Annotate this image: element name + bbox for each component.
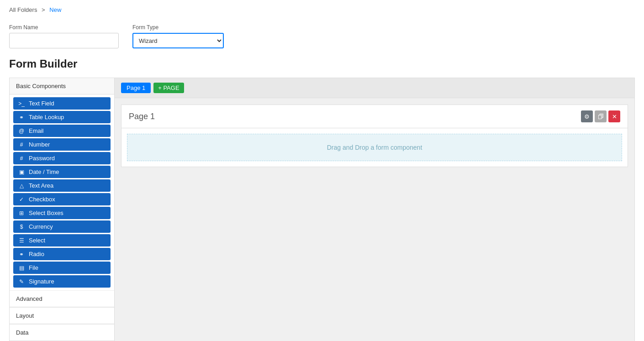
page-1-tab[interactable]: Page 1 bbox=[121, 83, 151, 93]
form-builder-section: Form Builder Basic Components >_ Text Fi… bbox=[0, 58, 644, 341]
page-settings-button[interactable]: ⚙ bbox=[581, 110, 593, 122]
data-section: Data bbox=[10, 324, 114, 341]
checkbox-icon: ✓ bbox=[18, 196, 25, 203]
sidebar-item-table-lookup[interactable]: ⚭ Table Lookup bbox=[13, 111, 111, 123]
breadcrumb-separator: > bbox=[42, 6, 45, 13]
sidebar-item-text-field[interactable]: >_ Text Field bbox=[13, 97, 111, 110]
add-page-button[interactable]: + PAGE bbox=[153, 83, 184, 93]
password-icon: # bbox=[18, 155, 25, 162]
sidebar-item-text-area[interactable]: △ Text Area bbox=[13, 179, 111, 192]
page-content: Page 1 ⚙ 🗍 ✕ Drag and Drop a form compon… bbox=[115, 98, 634, 173]
sidebar-item-select-boxes[interactable]: ⊞ Select Boxes bbox=[13, 207, 111, 219]
signature-icon: ✎ bbox=[18, 278, 25, 285]
page-panel-title: Page 1 bbox=[129, 112, 155, 121]
form-meta: Form Name Form Type Wizard Form bbox=[0, 20, 644, 58]
sidebar-item-password[interactable]: # Password bbox=[13, 152, 111, 164]
sidebar-item-signature[interactable]: ✎ Signature bbox=[13, 275, 111, 288]
page-panel-header: Page 1 ⚙ 🗍 ✕ bbox=[121, 105, 628, 128]
sidebar-item-label-text-field: Text Field bbox=[29, 100, 54, 107]
sidebar-layout-header[interactable]: Layout bbox=[10, 308, 114, 324]
email-icon: @ bbox=[18, 128, 25, 134]
sidebar-item-number[interactable]: # Number bbox=[13, 138, 111, 151]
date-time-icon: ▣ bbox=[18, 169, 25, 175]
sidebar-basic-header[interactable]: Basic Components bbox=[10, 78, 114, 94]
form-type-select[interactable]: Wizard Form bbox=[132, 33, 224, 48]
number-icon: # bbox=[18, 142, 25, 148]
form-name-input[interactable] bbox=[9, 33, 119, 48]
sidebar-item-label-radio: Radio bbox=[29, 251, 44, 257]
page-panel-actions: ⚙ 🗍 ✕ bbox=[581, 110, 620, 122]
breadcrumb: All Folders > New bbox=[0, 0, 644, 20]
sidebar-item-label-file: File bbox=[29, 264, 38, 271]
sidebar-item-email[interactable]: @ Email bbox=[13, 125, 111, 137]
file-icon: ▤ bbox=[18, 265, 25, 271]
text-field-icon: >_ bbox=[18, 100, 25, 107]
page-tabs: Page 1 + PAGE bbox=[115, 78, 634, 98]
page-panel: Page 1 ⚙ 🗍 ✕ Drag and Drop a form compon… bbox=[121, 105, 628, 167]
sidebar-item-select[interactable]: ☰ Select bbox=[13, 234, 111, 247]
breadcrumb-root[interactable]: All Folders bbox=[9, 6, 37, 13]
sidebar-advanced-header[interactable]: Advanced bbox=[10, 291, 114, 307]
builder-layout: Basic Components >_ Text Field ⚭ Table L… bbox=[9, 78, 635, 341]
layout-section: Layout bbox=[10, 307, 114, 324]
form-name-label: Form Name bbox=[9, 24, 119, 31]
form-type-label: Form Type bbox=[132, 24, 224, 31]
sidebar-item-label-checkbox: Checkbox bbox=[29, 196, 55, 203]
sidebar-item-label-password: Password bbox=[29, 155, 55, 162]
sidebar-item-label-select: Select bbox=[29, 237, 45, 244]
sidebar-item-label-text-area: Text Area bbox=[29, 182, 53, 189]
sidebar-item-label-table-lookup: Table Lookup bbox=[29, 114, 64, 121]
currency-icon: $ bbox=[18, 224, 25, 230]
sidebar-item-date-time[interactable]: ▣ Date / Time bbox=[13, 166, 111, 178]
drop-zone: Drag and Drop a form component bbox=[127, 134, 622, 161]
form-builder-title: Form Builder bbox=[9, 58, 635, 70]
select-icon: ☰ bbox=[18, 237, 25, 244]
advanced-section: Advanced bbox=[10, 290, 114, 307]
sidebar-item-label-email: Email bbox=[29, 127, 44, 134]
sidebar-item-label-select-boxes: Select Boxes bbox=[29, 210, 63, 216]
page-copy-button[interactable]: 🗍 bbox=[595, 110, 607, 122]
sidebar-item-checkbox[interactable]: ✓ Checkbox bbox=[13, 193, 111, 205]
sidebar-item-label-number: Number bbox=[29, 141, 50, 148]
sidebar-item-label-currency: Currency bbox=[29, 223, 53, 230]
sidebar-item-currency[interactable]: $ Currency bbox=[13, 220, 111, 233]
sidebar: Basic Components >_ Text Field ⚭ Table L… bbox=[10, 78, 115, 341]
sidebar-item-file[interactable]: ▤ File bbox=[13, 262, 111, 274]
breadcrumb-current: New bbox=[49, 6, 61, 13]
sidebar-data-header[interactable]: Data bbox=[10, 325, 114, 341]
sidebar-item-label-signature: Signature bbox=[29, 278, 54, 285]
form-name-group: Form Name bbox=[9, 24, 119, 48]
sidebar-items: >_ Text Field ⚭ Table Lookup @ Email # N… bbox=[10, 94, 114, 290]
sidebar-item-label-date-time: Date / Time bbox=[29, 168, 59, 175]
text-area-icon: △ bbox=[18, 183, 25, 189]
sidebar-item-radio[interactable]: ⚭ Radio bbox=[13, 248, 111, 260]
page-delete-button[interactable]: ✕ bbox=[608, 110, 620, 122]
form-type-group: Form Type Wizard Form bbox=[132, 24, 224, 48]
select-boxes-icon: ⊞ bbox=[18, 210, 25, 216]
main-area: Page 1 + PAGE Page 1 ⚙ 🗍 ✕ bbox=[115, 78, 634, 341]
table-lookup-icon: ⚭ bbox=[18, 114, 25, 121]
radio-icon: ⚭ bbox=[18, 251, 25, 257]
add-page-label: + PAGE bbox=[158, 84, 179, 91]
